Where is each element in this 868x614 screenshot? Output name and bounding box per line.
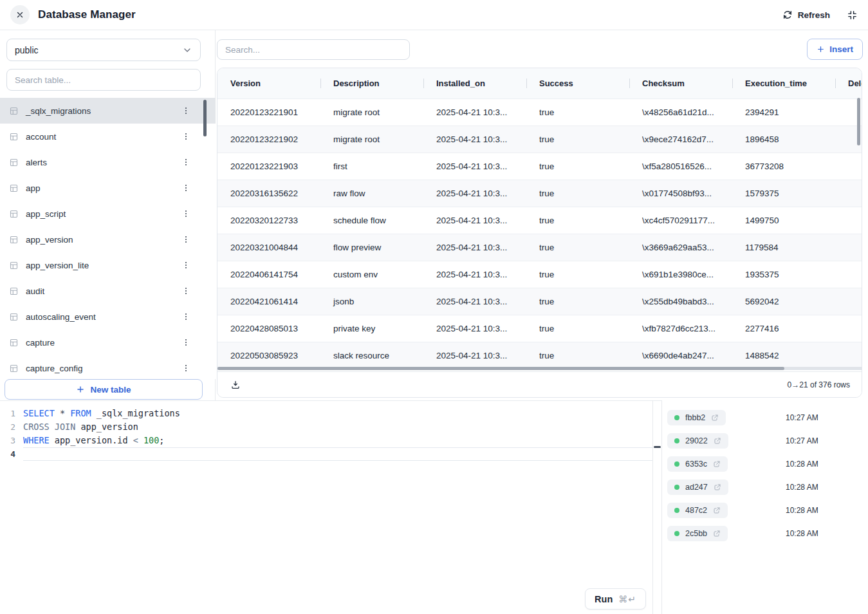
column-header-checksum: Checksum [629, 79, 732, 88]
run-time-label: 10:27 AM [786, 413, 818, 422]
refresh-button[interactable]: Refresh [782, 10, 830, 20]
kebab-icon [181, 338, 190, 347]
kebab-icon [181, 235, 190, 244]
table-options-button[interactable] [180, 259, 192, 272]
table-row[interactable]: 20220320122733schedule flow2025-04-21 10… [217, 207, 862, 234]
divider-drag-handle[interactable] [654, 446, 661, 448]
history-run-fbbb2[interactable]: fbbb2 [667, 410, 726, 425]
external-link-icon[interactable] [713, 507, 721, 514]
column-header-execution_time: Execution_time [732, 79, 835, 88]
sidebar-item-_sqlx_migrations[interactable]: _sqlx_migrations [0, 98, 216, 124]
history-run-487c2[interactable]: 487c2 [667, 503, 728, 518]
table-cell: raw flow [320, 189, 423, 198]
sidebar-item-capture_config[interactable]: capture_config [0, 355, 216, 379]
schema-select[interactable]: public [6, 39, 201, 61]
column-header-description: Description [320, 79, 423, 88]
table-options-button[interactable] [180, 336, 192, 349]
close-icon [15, 10, 24, 19]
sidebar-item-app_script[interactable]: app_script [0, 201, 216, 227]
table-name-label: capture [26, 338, 55, 348]
table-row[interactable]: 20220503085923slack resource2025-04-21 1… [217, 342, 862, 369]
main-panel: Insert VersionDescriptionInstalled_onSuc… [216, 30, 868, 400]
table-row[interactable]: 20220428085013private key2025-04-21 10:3… [217, 315, 862, 342]
external-link-icon[interactable] [711, 414, 719, 422]
sidebar-item-alerts[interactable]: alerts [0, 149, 216, 175]
table-options-button[interactable] [180, 207, 192, 220]
table-row[interactable]: 20220123221901migrate root2025-04-21 10:… [217, 98, 862, 126]
table-horizontal-scrollbar-thumb[interactable] [217, 367, 784, 370]
run-button[interactable]: Run ⌘↵ [585, 588, 646, 609]
table-cell: migrate root [320, 135, 423, 144]
table-options-button[interactable] [180, 181, 192, 194]
history-run-ad247[interactable]: ad247 [667, 479, 728, 495]
table-cell: 20220320122733 [217, 216, 320, 225]
table-search-input[interactable] [6, 69, 201, 91]
line-content: WHERE app_version.id < 100; [23, 434, 652, 447]
close-button[interactable] [10, 5, 30, 24]
code-line[interactable]: 3WHERE app_version.id < 100; [0, 434, 652, 447]
table-options-button[interactable] [180, 362, 192, 375]
history-row: ad24710:28 AM [662, 476, 868, 499]
insert-button[interactable]: Insert [807, 39, 863, 60]
external-link-icon[interactable] [714, 437, 721, 445]
history-run-2c5bb[interactable]: 2c5bb [667, 526, 728, 541]
rows-search-input[interactable] [217, 39, 410, 60]
table-icon [9, 364, 19, 373]
table-vertical-scrollbar-thumb[interactable] [857, 98, 860, 145]
content-top: public _sqlx_migrationsaccountalertsappa… [0, 30, 868, 400]
table-row[interactable]: 20220123221903first2025-04-21 10:3...tru… [217, 153, 862, 180]
sidebar-scrollbar-thumb[interactable] [203, 100, 207, 136]
kebab-icon [181, 158, 190, 167]
table-row[interactable]: 20220321004844flow preview2025-04-21 10:… [217, 234, 862, 261]
table-name-label: app_version_lite [26, 261, 89, 270]
external-link-icon[interactable] [713, 530, 721, 537]
code-line[interactable]: 4 [0, 447, 652, 461]
table-row[interactable]: 20220406141754custom env2025-04-21 10:3.… [217, 261, 862, 288]
external-link-icon[interactable] [714, 483, 721, 491]
table-row[interactable]: 20220421061414jsonb2025-04-21 10:3...tru… [217, 288, 862, 315]
table-icon [9, 209, 19, 219]
table-icon [9, 183, 19, 193]
sql-token: _sqlx_migrations [97, 408, 180, 418]
table-cell: schedule flow [320, 216, 423, 225]
sql-editor[interactable]: 1SELECT * FROM _sqlx_migrations2CROSS JO… [0, 400, 653, 614]
table-cell: \xc4cf570291177... [629, 216, 732, 225]
external-link-icon[interactable] [713, 460, 721, 468]
table-horizontal-scrollbar[interactable] [217, 367, 862, 370]
sidebar-item-app_version[interactable]: app_version [0, 227, 216, 252]
table-icon [9, 312, 19, 322]
table-cell: 2394291 [732, 107, 835, 117]
insert-label: Insert [829, 44, 853, 54]
sidebar-item-account[interactable]: account [0, 124, 216, 149]
table-options-button[interactable] [180, 130, 192, 143]
sidebar-item-app_version_lite[interactable]: app_version_lite [0, 252, 216, 278]
run-history-panel: fbbb210:27 AM2902210:27 AM6353c10:28 AMa… [662, 400, 868, 614]
code-lines: 1SELECT * FROM _sqlx_migrations2CROSS JO… [0, 407, 652, 461]
table-cell: 1579375 [732, 189, 835, 198]
kebab-icon [181, 261, 190, 270]
sidebar-item-capture[interactable]: capture [0, 330, 216, 355]
table-options-button[interactable] [180, 284, 192, 297]
history-run-29022[interactable]: 29022 [667, 433, 728, 449]
code-line[interactable]: 1SELECT * FROM _sqlx_migrations [0, 407, 652, 420]
table-cell: 20220316135622 [217, 189, 320, 198]
download-icon [230, 380, 241, 390]
table-options-button[interactable] [180, 104, 192, 117]
table-name-label: app_version [26, 235, 73, 245]
sidebar-item-autoscaling_event[interactable]: autoscaling_event [0, 304, 216, 330]
table-list: _sqlx_migrationsaccountalertsappapp_scri… [0, 98, 216, 379]
download-button[interactable] [229, 378, 242, 391]
table-row[interactable]: 20220123221902migrate root2025-04-21 10:… [217, 126, 862, 153]
table-options-button[interactable] [180, 233, 192, 246]
sidebar-item-audit[interactable]: audit [0, 278, 216, 304]
sidebar-item-app[interactable]: app [0, 175, 216, 201]
history-run-6353c[interactable]: 6353c [667, 456, 728, 472]
new-table-button[interactable]: New table [5, 379, 203, 400]
table-row[interactable]: 20220316135622raw flow2025-04-21 10:3...… [217, 180, 862, 207]
code-line[interactable]: 2CROSS JOIN app_version [0, 420, 652, 434]
sql-token: < [133, 435, 143, 445]
sql-token: CROSS JOIN [23, 422, 80, 432]
collapse-button[interactable] [847, 10, 858, 21]
table-options-button[interactable] [180, 156, 192, 169]
table-options-button[interactable] [180, 310, 192, 323]
